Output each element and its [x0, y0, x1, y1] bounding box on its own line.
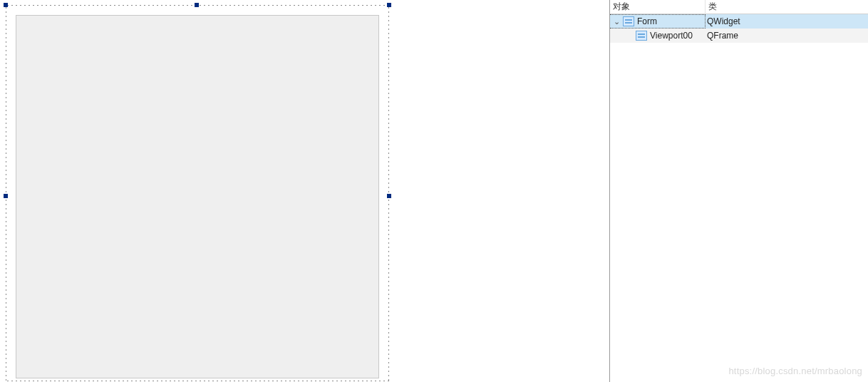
- object-tree: ⌄ Form QWidget Viewport00 QFrame: [610, 14, 868, 43]
- class-name: QFrame: [707, 31, 738, 41]
- object-inspector: 对象 类 ⌄ Form QWidget Viewport00 QFrame: [609, 0, 868, 382]
- column-header-object[interactable]: 对象: [610, 0, 706, 14]
- widget-icon: [636, 31, 647, 41]
- resize-handle-top-right[interactable]: [387, 3, 391, 7]
- designer-canvas-area: [0, 0, 609, 382]
- widget-icon: [623, 16, 634, 26]
- column-header-class[interactable]: 类: [706, 0, 868, 14]
- expand-toggle-icon[interactable]: ⌄: [610, 17, 623, 26]
- resize-handle-top-center[interactable]: [195, 3, 199, 7]
- resize-handle-mid-left[interactable]: [4, 194, 8, 198]
- tree-row-viewport[interactable]: Viewport00 QFrame: [610, 29, 868, 43]
- object-name: Viewport00: [650, 31, 693, 41]
- object-name: Form: [637, 16, 657, 26]
- inspector-header: 对象 类: [610, 0, 868, 14]
- resize-handle-mid-right[interactable]: [387, 194, 391, 198]
- viewport-frame[interactable]: [16, 15, 379, 378]
- watermark-text: https://blog.csdn.net/mrbaolong: [728, 366, 862, 376]
- form-widget-selection[interactable]: [6, 5, 389, 381]
- resize-handle-top-left[interactable]: [4, 3, 8, 7]
- tree-row-form[interactable]: ⌄ Form QWidget: [610, 14, 868, 29]
- class-name: QWidget: [707, 16, 740, 26]
